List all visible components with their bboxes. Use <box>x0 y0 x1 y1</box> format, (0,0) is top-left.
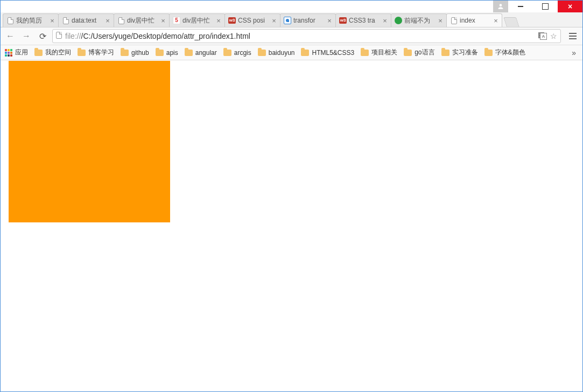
folder-icon <box>121 50 129 56</box>
folder-icon <box>258 50 266 56</box>
bookmark-folder-4[interactable]: angular <box>185 49 217 57</box>
folder-icon <box>34 50 43 56</box>
tab-title: div居中忙 <box>127 16 159 25</box>
tab-title: CSS posi <box>238 17 270 24</box>
page-body <box>1 61 582 222</box>
baidu-favicon <box>284 17 291 24</box>
tab-close-icon[interactable]: × <box>215 17 222 24</box>
bookmark-label: go语言 <box>415 48 434 57</box>
tab-close-icon[interactable]: × <box>104 17 111 24</box>
bookmark-label: apis <box>166 49 178 57</box>
tab-7[interactable]: 前端不为× <box>391 13 447 27</box>
window-minimize-button[interactable] <box>508 1 533 12</box>
folder-icon <box>78 50 86 56</box>
tab-8[interactable]: index× <box>446 13 502 27</box>
bookmark-label: 我的空间 <box>45 48 71 57</box>
tab-2[interactable]: div居中忙× <box>114 13 170 27</box>
wechat-favicon <box>395 17 402 24</box>
bookmark-folder-10[interactable]: 实习准备 <box>441 48 478 57</box>
window-close-button[interactable]: × <box>558 1 582 12</box>
tab-title: 前端不为 <box>404 16 437 25</box>
tab-5[interactable]: transfor× <box>280 13 336 27</box>
orange-box <box>9 61 170 222</box>
tab-3[interactable]: 5div居中忙× <box>169 13 225 27</box>
bookmark-label: angular <box>195 49 217 57</box>
window-maximize-button[interactable] <box>533 1 558 12</box>
url-text: file:///C:/Users/yuge/Desktop/demo/attr_… <box>65 32 538 40</box>
bookmark-label: arcgis <box>234 49 251 57</box>
bookmark-folder-1[interactable]: 博客学习 <box>78 48 114 57</box>
nav-forward-button[interactable]: → <box>20 30 33 43</box>
tab-close-icon[interactable]: × <box>159 17 167 24</box>
bookmarks-overflow-button[interactable]: » <box>570 48 578 57</box>
window-titlebar: × <box>1 1 582 12</box>
tab-4[interactable]: w3CSS posi× <box>224 13 280 27</box>
tab-close-icon[interactable]: × <box>437 17 444 24</box>
tab-title: div居中忙 <box>182 16 215 25</box>
page-favicon <box>450 17 458 24</box>
w3-favicon: w3 <box>339 17 347 24</box>
apps-label: 应用 <box>15 48 28 57</box>
tab-title: index <box>460 17 492 24</box>
bookmark-label: 项目相关 <box>371 48 397 57</box>
page-favicon <box>117 17 125 24</box>
bookmark-folder-5[interactable]: arcgis <box>223 49 251 57</box>
folder-icon <box>156 50 164 56</box>
w3-favicon: w3 <box>228 17 236 24</box>
folder-icon <box>441 50 449 56</box>
folder-icon <box>361 50 369 56</box>
translate-icon[interactable] <box>538 32 547 40</box>
bookmark-folder-0[interactable]: 我的空间 <box>34 48 71 57</box>
tab-close-icon[interactable]: × <box>48 17 56 24</box>
address-bar[interactable]: file:///C:/Users/yuge/Desktop/demo/attr_… <box>52 29 561 43</box>
user-profile-button[interactable] <box>493 1 508 12</box>
page-favicon <box>6 17 14 24</box>
bookmark-label: baiduyun <box>269 49 295 57</box>
bookmark-label: github <box>131 49 149 57</box>
arrow-right-icon: → <box>22 31 31 41</box>
svg-point-0 <box>500 4 502 6</box>
bookmark-folder-9[interactable]: go语言 <box>404 48 434 57</box>
tab-title: data:text <box>72 17 104 24</box>
tab-close-icon[interactable]: × <box>492 17 500 24</box>
apps-button[interactable]: 应用 <box>5 48 28 57</box>
bookmark-folder-2[interactable]: github <box>121 49 149 57</box>
nav-reload-button[interactable]: ⟳ <box>36 30 49 43</box>
tab-close-icon[interactable]: × <box>326 17 333 24</box>
reload-icon: ⟳ <box>39 31 46 41</box>
browser-toolbar: ← → ⟳ file:///C:/Users/yuge/Desktop/demo… <box>1 27 582 45</box>
apps-icon <box>5 49 12 57</box>
bookmark-folder-8[interactable]: 项目相关 <box>361 48 397 57</box>
tab-close-icon[interactable]: × <box>270 17 278 24</box>
bookmark-star-icon[interactable]: ☆ <box>550 32 557 40</box>
tab-0[interactable]: 我的简历× <box>3 13 59 27</box>
bookmark-folder-7[interactable]: HTML5&CSS3 <box>301 49 354 57</box>
bookmark-folder-3[interactable]: apis <box>156 49 178 57</box>
folder-icon <box>404 50 412 56</box>
bookmark-label: 博客学习 <box>88 48 114 57</box>
bookmark-folder-6[interactable]: baiduyun <box>258 49 295 57</box>
bookmark-label: 实习准备 <box>452 48 478 57</box>
bookmark-folder-11[interactable]: 字体&颜色 <box>484 48 525 57</box>
new-tab-button[interactable] <box>503 17 519 27</box>
arrow-left-icon: ← <box>6 31 15 41</box>
tab-6[interactable]: w3CSS3 tra× <box>335 13 391 27</box>
bookmark-label: 字体&颜色 <box>495 48 525 57</box>
page-favicon <box>62 17 69 24</box>
folder-icon <box>185 50 193 56</box>
tab-strip: 我的简历×data:text×div居中忙×5div居中忙×w3CSS posi… <box>1 12 582 27</box>
folder-icon <box>484 50 493 56</box>
tab-title: CSS3 tra <box>349 17 381 24</box>
chrome-menu-button[interactable] <box>566 30 579 43</box>
person-icon <box>497 3 504 10</box>
page-icon <box>56 32 62 40</box>
five-favicon: 5 <box>173 17 180 24</box>
nav-back-button[interactable]: ← <box>4 30 17 43</box>
tab-1[interactable]: data:text× <box>58 13 114 27</box>
tab-title: transfor <box>293 17 326 24</box>
page-viewport <box>1 61 582 391</box>
bookmarks-bar: 应用 我的空间博客学习githubapisangulararcgisbaiduy… <box>1 45 582 60</box>
tab-close-icon[interactable]: × <box>381 17 389 24</box>
folder-icon <box>301 50 309 56</box>
folder-icon <box>223 50 231 56</box>
